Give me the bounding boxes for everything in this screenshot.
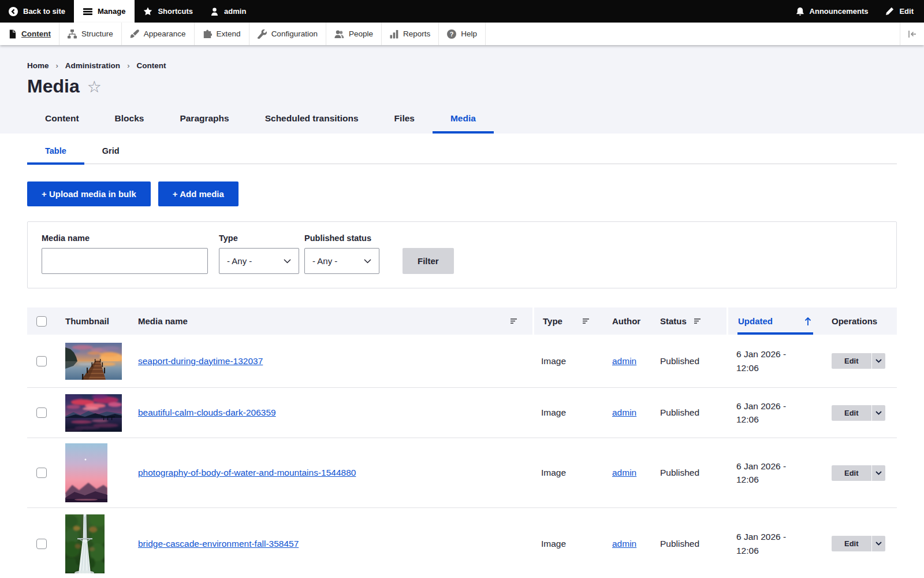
tab-scheduled-transitions[interactable]: Scheduled transitions (247, 109, 377, 134)
add-media-button[interactable]: + Add media (158, 181, 239, 206)
media-name-link[interactable]: seaport-during-daytime-132037 (138, 356, 263, 366)
menu-item-help[interactable]: ? Help (439, 23, 486, 45)
col-header-media-name[interactable]: Media name (133, 307, 532, 335)
row-checkbox[interactable] (36, 468, 47, 478)
table-row: beautiful-calm-clouds-dark-206359 Image … (27, 387, 897, 438)
menu-item-content[interactable]: Content (0, 23, 59, 45)
author-link[interactable]: admin (612, 468, 636, 477)
edit-button[interactable]: Edit (832, 353, 885, 369)
tab-content[interactable]: Content (27, 109, 97, 134)
col-header-updated[interactable]: Updated (726, 307, 820, 335)
edit-dropdown-toggle[interactable] (871, 353, 885, 369)
edit-dropdown-toggle[interactable] (871, 405, 885, 421)
menu-item-reports-label: Reports (403, 29, 430, 38)
status-filter-group: Published status - Any - (304, 234, 379, 274)
row-checkbox[interactable] (36, 407, 47, 418)
table-row: bridge-cascade-environment-fall-358457 I… (27, 507, 897, 578)
author-link[interactable]: admin (612, 407, 636, 417)
tab-paragraphs[interactable]: Paragraphs (162, 109, 247, 134)
admin-toolbar: Back to site Manage Shortcuts admin Anno… (0, 0, 924, 23)
menu-item-configuration-label: Configuration (271, 29, 318, 38)
menu-item-people[interactable]: People (326, 23, 382, 45)
shortcuts-button[interactable]: Shortcuts (135, 0, 202, 23)
media-name-link[interactable]: bridge-cascade-environment-fall-358457 (138, 539, 299, 549)
col-header-author: Author (606, 307, 653, 335)
menu-item-appearance[interactable]: Appearance (122, 23, 195, 45)
back-to-site-label: Back to site (23, 7, 65, 16)
sort-icon (583, 317, 590, 325)
back-to-site-button[interactable]: Back to site (0, 0, 74, 23)
filter-panel: Media name Type - Any - Published status… (27, 221, 897, 288)
media-type: Image (532, 407, 606, 418)
page-header: Home › Administration › Content Media ☆ … (0, 45, 924, 134)
edit-dropdown-toggle[interactable] (871, 465, 885, 481)
author-link[interactable]: admin (612, 539, 636, 549)
media-name-input[interactable] (42, 248, 208, 274)
menu-item-reports[interactable]: Reports (382, 23, 439, 45)
filter-submit-button[interactable]: Filter (403, 248, 454, 274)
media-name-link[interactable]: beautiful-calm-clouds-dark-206359 (138, 407, 276, 417)
select-all-checkbox[interactable] (36, 316, 47, 327)
chevron-down-icon (875, 359, 882, 363)
toolbar-spacer (486, 23, 900, 45)
col-header-status[interactable]: Status (653, 307, 726, 335)
chevron-down-icon (875, 542, 882, 546)
media-table: Thumbnail Media name Type Author Status … (27, 307, 897, 578)
shortcuts-label: Shortcuts (158, 7, 193, 16)
menu-item-structure[interactable]: Structure (59, 23, 122, 45)
collapse-left-icon[interactable] (900, 23, 924, 45)
svg-text:?: ? (450, 31, 454, 38)
wrench-icon (258, 29, 267, 39)
tab-files[interactable]: Files (377, 109, 433, 134)
type-select-value: - Any - (227, 256, 252, 266)
star-icon (143, 7, 152, 16)
tab-media[interactable]: Media (433, 109, 494, 134)
menu-item-extend[interactable]: Extend (195, 23, 249, 45)
chevron-down-icon (284, 259, 291, 264)
user-label: admin (224, 7, 246, 16)
menu-item-people-label: People (349, 29, 373, 38)
edit-button[interactable]: Edit (832, 536, 885, 551)
subtab-table[interactable]: Table (27, 146, 84, 164)
file-icon (8, 29, 17, 39)
manage-tab[interactable]: Manage (74, 0, 135, 23)
announcements-button[interactable]: Announcements (787, 0, 877, 23)
media-name-label: Media name (42, 234, 208, 243)
table-row: photography-of-body-of-water-and-mountai… (27, 438, 897, 507)
admin-menu-bar: Content Structure Appearance Extend Conf… (0, 23, 924, 45)
edit-button[interactable]: Edit (832, 405, 885, 421)
edit-mode-button[interactable]: Edit (877, 0, 924, 23)
breadcrumb-content[interactable]: Content (136, 61, 166, 70)
manage-label: Manage (98, 7, 125, 16)
edit-dropdown-toggle[interactable] (871, 536, 885, 551)
row-checkbox[interactable] (36, 356, 47, 366)
upload-media-bulk-button[interactable]: + Upload media in bulk (27, 181, 151, 206)
author-link[interactable]: admin (612, 356, 636, 366)
type-filter-group: Type - Any - (219, 234, 299, 274)
sort-ascending-arrow-icon (804, 317, 812, 326)
col-header-operations: Operations (820, 307, 897, 335)
breadcrumb-administration[interactable]: Administration (65, 61, 120, 70)
pencil-icon (885, 7, 894, 16)
type-select[interactable]: - Any - (219, 248, 299, 274)
breadcrumb: Home › Administration › Content (27, 61, 897, 70)
user-menu[interactable]: admin (202, 0, 255, 23)
bell-icon (796, 7, 804, 16)
table-row: seaport-during-daytime-132037 Image admi… (27, 335, 897, 387)
edit-button[interactable]: Edit (832, 465, 885, 481)
people-icon (334, 29, 344, 39)
breadcrumb-home[interactable]: Home (27, 61, 49, 70)
announcements-label: Announcements (810, 7, 869, 16)
menu-item-configuration[interactable]: Configuration (249, 23, 326, 45)
tab-blocks[interactable]: Blocks (97, 109, 162, 134)
subtab-grid[interactable]: Grid (84, 146, 137, 164)
media-name-link[interactable]: photography-of-body-of-water-and-mountai… (138, 468, 356, 477)
star-outline-icon[interactable]: ☆ (87, 79, 102, 95)
col-header-type[interactable]: Type (532, 307, 606, 335)
row-checkbox[interactable] (36, 539, 47, 549)
edit-button-label: Edit (832, 405, 871, 421)
published-status-select[interactable]: - Any - (304, 248, 379, 274)
updated-date: 6 Jan 2026 - 12:06 (736, 399, 793, 427)
updated-date: 6 Jan 2026 - 12:06 (736, 530, 793, 557)
view-switcher: Table Grid (27, 134, 897, 164)
